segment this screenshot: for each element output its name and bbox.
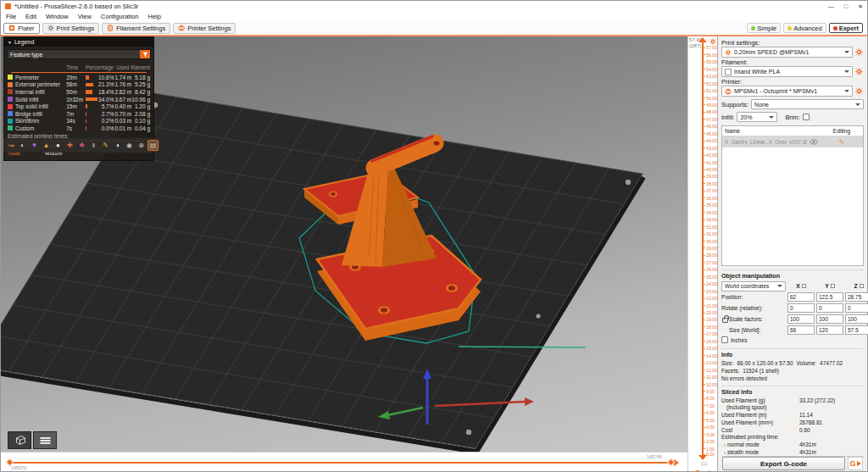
feature-percent: 5.7%: [98, 103, 114, 109]
layer-tick: 1.00: [706, 447, 718, 452]
feature-time: 7m: [66, 111, 86, 117]
menu-help[interactable]: Help: [147, 13, 160, 20]
moves-slider-track[interactable]: [9, 462, 672, 464]
infill-dropdown[interactable]: 20%: [737, 112, 777, 122]
legend-toggle-icon[interactable]: ▤: [147, 140, 159, 151]
tab-plater[interactable]: Plater: [3, 23, 40, 34]
menu-file[interactable]: File: [6, 13, 16, 20]
supports-dropdown[interactable]: None: [751, 99, 864, 109]
scale-factors-z-field[interactable]: [845, 314, 868, 324]
rotate-relative-y-field[interactable]: [816, 303, 843, 313]
printer-dropdown[interactable]: MPSMv1 - Octoprint * MPSMv1: [721, 86, 853, 97]
tool-changes-icon[interactable]: ✚: [64, 140, 75, 151]
legend-row-bridge-infill: Bridge infill7m2.7%0.70 m2.08 g: [8, 110, 150, 118]
rotate-relative-x-field[interactable]: [787, 303, 815, 313]
infill-value: 20%: [740, 114, 766, 120]
edit-filament-icon[interactable]: [854, 68, 864, 76]
minimize-button[interactable]: —: [828, 3, 834, 10]
menu-view[interactable]: View: [78, 13, 92, 20]
seams-icon[interactable]: ●: [53, 140, 64, 151]
layer-tick: 46.00: [706, 124, 718, 129]
layer-tick: 32.00: [706, 225, 718, 230]
layer-tick: 55.00: [706, 59, 718, 64]
filament-dropdown[interactable]: Inland White PLA: [721, 66, 853, 77]
feature-label: Perimeter: [15, 75, 39, 81]
color-changes-icon[interactable]: ❖: [76, 140, 87, 151]
mode-simple[interactable]: Simple: [747, 23, 781, 33]
menu-configuration[interactable]: Configuration: [101, 13, 139, 20]
pause-prints-icon[interactable]: ‖: [88, 140, 99, 151]
edit-printer-icon[interactable]: [854, 87, 864, 96]
size-world-z-field[interactable]: [845, 325, 868, 335]
position-y-field[interactable]: [816, 292, 843, 302]
sliced-row-cost: Cost0.60: [721, 426, 864, 434]
object-list: Name Editing X_Gantry_Linear...lt_Over_v…: [721, 125, 864, 266]
scale-factors-x-field[interactable]: [787, 314, 815, 324]
layer-tick: 41.00: [706, 160, 718, 165]
tab-print-settings[interactable]: Print Settings: [42, 23, 100, 34]
layer-slider-handle-bottom[interactable]: [698, 455, 707, 460]
feature-meters: 1.76 m: [114, 81, 132, 87]
feature-meters: 0.40 m: [114, 103, 132, 109]
mode-expert[interactable]: Expert: [829, 23, 863, 33]
object-list-header: Name Editing: [722, 126, 863, 136]
menu-edit[interactable]: Edit: [25, 13, 36, 20]
shells-icon[interactable]: ◑: [112, 140, 123, 151]
feature-filter-icon[interactable]: [140, 50, 150, 58]
close-button[interactable]: ✕: [858, 3, 863, 10]
slider-settings-icon[interactable]: [709, 38, 716, 45]
feature-percent: 0.2%: [98, 118, 114, 124]
feature-color-swatch: [8, 75, 13, 80]
object-edit-icon[interactable]: ✎: [839, 138, 844, 146]
prusaslicer-window: *Untitled - PrusaSlicer-2.6.0 based on S…: [0, 0, 868, 472]
layer-number-bottom: (1): [701, 461, 707, 466]
position-x-field[interactable]: [787, 292, 815, 302]
edit-print-settings-icon[interactable]: [854, 48, 864, 57]
custom-gcodes-icon[interactable]: ✎: [100, 140, 111, 151]
size-world-y-field[interactable]: [816, 325, 843, 335]
view-type-dropdown[interactable]: Feature type: [7, 49, 151, 59]
feature-percent: 0.0%: [98, 125, 114, 131]
travel-icon[interactable]: ↝: [5, 140, 16, 151]
mode-advanced[interactable]: Advanced: [783, 23, 826, 33]
object-row[interactable]: X_Gantry_Linear...lt_Over_v007.stl ✎: [722, 136, 863, 147]
center-view-icon[interactable]: ⊕: [136, 140, 147, 151]
uniform-scale-lock-icon[interactable]: [722, 318, 728, 323]
sliced-label: Cost: [721, 427, 799, 433]
coordinates-dropdown[interactable]: World coordinates: [721, 281, 786, 292]
moves-slider-min-label: 145570: [11, 465, 26, 470]
feature-time: 50m: [66, 89, 86, 95]
layer-tick: 22.00: [706, 296, 718, 301]
position-z-field[interactable]: [845, 292, 868, 302]
3d-view-button[interactable]: [8, 431, 31, 449]
print-settings-dropdown[interactable]: 0.20mm SPEED @MPSMv1: [721, 47, 853, 58]
tool-marker-icon[interactable]: ◉: [124, 140, 135, 151]
layer-tick: 38.00: [706, 181, 718, 186]
layers-view-button[interactable]: [33, 431, 57, 449]
menu-window[interactable]: Window: [46, 13, 69, 20]
feature-label: External perimeter: [15, 81, 60, 87]
layer-tick: 18.00: [706, 325, 718, 330]
mode-dot-icon: [833, 26, 837, 31]
tab-printer-settings[interactable]: Printer Settings: [173, 23, 236, 34]
legend-header[interactable]: ▼Legend: [4, 37, 153, 47]
retractions-icon[interactable]: ▼: [29, 140, 40, 151]
export-gcode-button[interactable]: Export G-code: [722, 457, 845, 470]
3d-viewport[interactable]: ▼Legend Feature type Time Percentage Use…: [1, 36, 687, 452]
inches-checkbox[interactable]: [721, 336, 728, 343]
layer-slider-handle-top[interactable]: [698, 37, 707, 42]
sliced-row-used-filament-g: Used Filament (g)33.22 (272.22): [721, 397, 864, 404]
layer-tick: 19.00: [706, 317, 718, 322]
tab-filament-settings[interactable]: Filament Settings: [102, 23, 170, 34]
send-gcode-icon[interactable]: G: [848, 457, 863, 470]
object-visibility-eye-icon[interactable]: [807, 139, 821, 146]
size-world-x-field[interactable]: [787, 325, 815, 335]
scale-factors-y-field[interactable]: [816, 314, 843, 324]
rotate-relative-z-field[interactable]: [845, 303, 868, 313]
brim-checkbox[interactable]: [803, 114, 810, 120]
layer-tick: 30.00: [706, 239, 718, 244]
wipe-icon[interactable]: ◐: [17, 140, 28, 151]
deretractions-icon[interactable]: ▲: [41, 140, 52, 151]
layer-tick: 0.20: [706, 452, 718, 457]
maximize-button[interactable]: □: [844, 3, 848, 10]
